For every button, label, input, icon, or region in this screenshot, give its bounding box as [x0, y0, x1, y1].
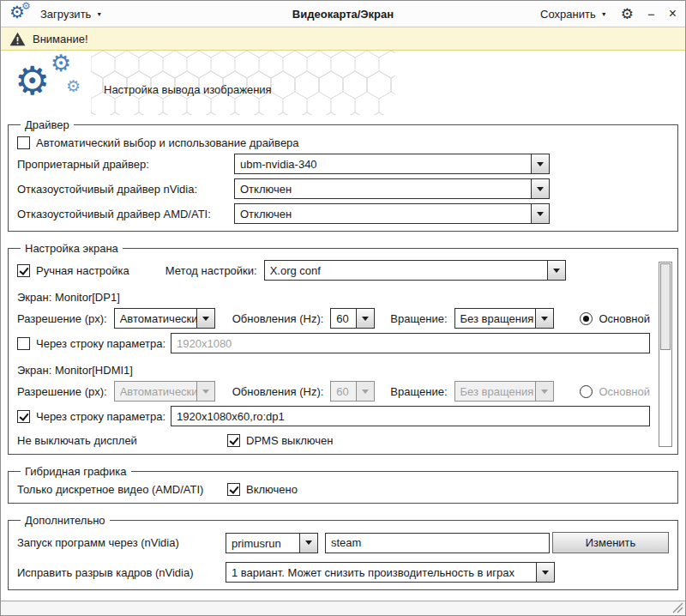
gear-icon: ⚙: [15, 61, 50, 100]
chevron-down-icon: [356, 309, 374, 328]
chevron-down-icon: [196, 382, 214, 401]
app-gears-icon: ⚙ ⚙: [9, 3, 33, 24]
driver-row: Отказоустойчивый драйвер AMD/ATI: Отключ…: [17, 203, 669, 224]
monitor-title: Экран: Monitor[DP1]: [17, 291, 650, 304]
screen-legend: Настройка экрана: [21, 242, 123, 255]
resolution-label: Разрешение (px):: [17, 312, 107, 325]
monitor-settings-row: Разрешение (px): Автоматически Обновлени…: [17, 308, 650, 329]
gear-icon: ⚙: [66, 78, 81, 94]
launch-via-label: Запуск программ через (nVidia): [17, 536, 226, 549]
settings-gear-button[interactable]: ⚙: [621, 7, 634, 21]
save-button[interactable]: Сохранить ▼: [540, 8, 607, 21]
chevron-down-icon: [196, 309, 214, 328]
combo-value: X.org conf: [265, 261, 547, 280]
rotation-label: Вращение:: [390, 312, 447, 325]
param-string-checkbox[interactable]: Через строку параметра:: [17, 410, 165, 423]
manual-setup-checkbox[interactable]: Ручная настройка: [17, 264, 129, 277]
manual-setup-label: Ручная настройка: [36, 264, 129, 277]
primary-radio[interactable]: Основной: [580, 312, 650, 325]
screen-section: Настройка экрана Ручная настройка Метод …: [8, 242, 678, 455]
rotation-select: Без вращения: [454, 381, 554, 402]
rotation-label: Вращение:: [390, 385, 447, 398]
warning-banner: Внимание!: [1, 27, 685, 51]
failsafe-nvidia-select[interactable]: Отключен: [234, 178, 550, 199]
proprietary-driver-select[interactable]: ubm-nvidia-340: [234, 154, 550, 174]
extra-legend: Дополнительно: [21, 514, 110, 527]
extra-section: Дополнительно Запуск программ через (nVi…: [8, 514, 678, 590]
failsafe-amd-label: Отказоустойчивый драйвер AMD/ATI:: [17, 208, 234, 220]
hybrid-section: Гибридная графика Только дискретное виде…: [8, 465, 678, 504]
combo-value: ubm-nvidia-340: [235, 154, 531, 173]
combo-value: Отключен: [235, 179, 531, 198]
warning-icon: [9, 32, 26, 46]
param-string-label: Через строку параметра:: [36, 337, 165, 350]
scrollbar-thumb[interactable]: [660, 263, 671, 350]
checkbox: [17, 410, 30, 423]
param-string-input[interactable]: [171, 333, 650, 353]
close-button[interactable]: ×: [669, 7, 677, 21]
chevron-down-icon: ▼: [601, 11, 607, 17]
chevron-down-icon: [531, 179, 549, 198]
dpms-checkbox[interactable]: DPMS выключен: [227, 434, 334, 447]
refresh-select: 60: [330, 381, 375, 402]
status-bar: [1, 601, 685, 615]
param-string-label: Через строку параметра:: [36, 410, 165, 423]
method-select[interactable]: X.org conf: [264, 260, 566, 281]
dpms-checkbox-label: DPMS выключен: [246, 434, 334, 447]
param-string-checkbox[interactable]: Через строку параметра:: [17, 337, 165, 350]
launch-wrapper-select[interactable]: primusrun: [226, 533, 318, 553]
load-button[interactable]: Загрузить ▼: [40, 8, 102, 21]
failsafe-amd-select[interactable]: Отключен: [234, 203, 550, 224]
hybrid-legend: Гибридная графика: [21, 465, 131, 478]
gears-logo: ⚙ ⚙ ⚙: [15, 52, 92, 112]
gear-icon: ⚙: [51, 52, 71, 75]
primary-radio: Основной: [580, 385, 650, 398]
chevron-down-icon: [535, 382, 553, 401]
chevron-down-icon: [299, 534, 317, 553]
resolution-select[interactable]: Автоматически: [114, 308, 215, 329]
driver-row: Отказоустойчивый драйвер nVidia: Отключе…: [17, 178, 669, 199]
discrete-video-label: Только дискретное видео (AMD/ATI): [17, 483, 227, 496]
rotation-select[interactable]: Без вращения: [454, 308, 554, 329]
driver-row: Проприетарный драйвер: ubm-nvidia-340: [17, 154, 669, 174]
titlebar-right: Сохранить ▼ ⚙ − ×: [540, 7, 677, 21]
titlebar: ⚙ ⚙ Загрузить ▼ Видеокарта/Экран Сохрани…: [1, 1, 685, 27]
checkbox: [17, 337, 30, 350]
primary-label: Основной: [599, 312, 650, 325]
primary-label: Основной: [599, 385, 650, 398]
radio-button: [580, 312, 593, 325]
param-string-input[interactable]: [171, 406, 650, 426]
resize-grip[interactable]: [672, 602, 683, 613]
minimize-button[interactable]: −: [647, 8, 655, 21]
refresh-select[interactable]: 60: [330, 308, 375, 329]
monitor-title: Экран: Monitor[HDMI1]: [17, 364, 650, 377]
page-header: ⚙ ⚙ ⚙ Настройка вывода изображения: [1, 51, 685, 115]
radio-button: [580, 385, 593, 398]
combo-value: Автоматически: [115, 309, 196, 328]
change-button[interactable]: Изменить: [552, 532, 669, 553]
chevron-down-icon: ▼: [96, 11, 102, 17]
combo-value: Автоматически: [115, 382, 196, 401]
load-button-label: Загрузить: [40, 8, 91, 21]
combo-value: Без вращения: [455, 309, 535, 328]
fix-tearing-label: Исправить разрыв кадров (nVidia): [17, 566, 226, 579]
fix-tearing-select[interactable]: 1 вариант. Может снизить производительно…: [226, 562, 555, 583]
combo-value: 60: [331, 309, 356, 328]
gear-icon: ⚙: [21, 1, 31, 11]
param-row: Через строку параметра:: [17, 333, 650, 353]
chevron-down-icon: [531, 204, 549, 223]
checkbox: [227, 483, 240, 496]
chevron-down-icon: [531, 154, 549, 173]
param-row: Через строку параметра:: [17, 406, 650, 426]
auto-driver-checkbox[interactable]: Автоматический выбор и использование дра…: [17, 136, 299, 149]
page-title: Настройка вывода изображения: [104, 83, 272, 96]
launch-program-input[interactable]: [325, 533, 550, 553]
resolution-label: Разрешение (px):: [17, 385, 107, 398]
proprietary-driver-label: Проприетарный драйвер:: [17, 158, 234, 171]
dpms-row: Не выключать дисплей DPMS выключен: [17, 434, 650, 447]
method-label: Метод настройки:: [165, 264, 257, 277]
discrete-enabled-checkbox[interactable]: Включено: [227, 483, 298, 496]
vertical-scrollbar[interactable]: [659, 262, 672, 447]
checkbox: [17, 264, 30, 277]
checkbox: [17, 136, 30, 149]
